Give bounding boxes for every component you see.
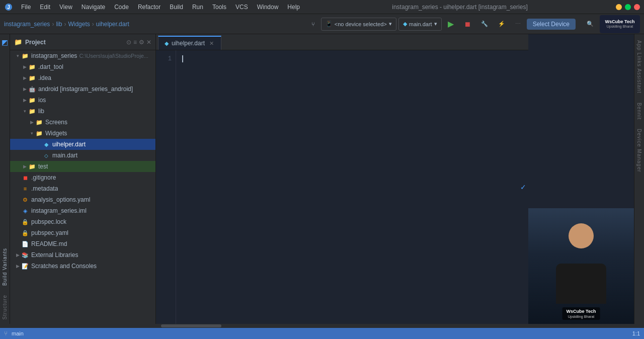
tree-scratches[interactable]: ▶ 📝 Scratches and Consoles	[10, 261, 155, 272]
video-overlay-title: WsCube Tech	[567, 309, 596, 315]
right-label-app-links[interactable]: App Links Assistant	[635, 36, 643, 98]
tree-analysis[interactable]: ⚙ analysis_options.yaml	[10, 194, 155, 205]
tree-dart-tool[interactable]: ▶ 📁 .dart_tool	[10, 61, 155, 72]
video-overlay-sub: Upskilling Bharat	[567, 315, 596, 318]
menu-view[interactable]: View	[55, 3, 76, 12]
screens-arrow: ▶	[28, 119, 35, 126]
tree-root[interactable]: ▾ 📁 instagram_series C:\Users\sujal\Stud…	[10, 50, 155, 61]
menu-help[interactable]: Help	[283, 3, 304, 12]
settings-icon[interactable]: ⚙	[139, 39, 144, 46]
project-header-actions: ⊙ ≡ ⚙ ✕	[126, 39, 151, 46]
tree-widgets[interactable]: ▾ 📁 Widgets	[10, 128, 155, 139]
tree-uihelper[interactable]: ◆ uihelper.dart	[10, 139, 155, 150]
more-actions-button[interactable]: ⋯	[511, 18, 525, 31]
app-logo: J	[4, 3, 13, 12]
android-arrow: ▶	[21, 86, 28, 93]
tree-ios[interactable]: ▶ 📁 ios	[10, 95, 155, 106]
git-branch[interactable]: main	[12, 330, 24, 336]
project-panel: 📁 Project ⊙ ≡ ⚙ ✕ ▾ 📁 instagram_series C…	[10, 34, 156, 324]
tab-file-icon: ◆	[165, 40, 169, 47]
select-device-button[interactable]: Select Device	[527, 19, 576, 30]
scrollbar-thumb[interactable]	[161, 324, 221, 327]
scratches-label: Scratches and Consoles	[31, 263, 97, 270]
tree-screens[interactable]: ▶ 📁 Screens	[10, 117, 155, 128]
test-label: test	[38, 163, 48, 170]
dart-tool-arrow: ▶	[21, 63, 28, 70]
pubspec-arrow	[14, 229, 21, 236]
tree-gitignore[interactable]: ◼ .gitignore	[10, 172, 155, 183]
stop-button[interactable]: ⏹	[460, 18, 475, 31]
hide-icon[interactable]: ✕	[146, 39, 151, 46]
tree-iml[interactable]: ◈ instagram_series.iml	[10, 205, 155, 216]
menu-window[interactable]: Window	[253, 3, 283, 12]
tree-external-libs[interactable]: ▶ 📚 External Libraries	[10, 249, 155, 261]
breadcrumb-file[interactable]: uihelper.dart	[96, 21, 129, 28]
build-variants-label[interactable]: Build Variants	[1, 244, 9, 290]
video-overlay-logo: WsCube Tech Upskilling Bharat	[562, 307, 600, 320]
run-button[interactable]: ▶	[444, 18, 458, 31]
lib-label: lib	[38, 108, 44, 115]
debug-button[interactable]: 🔧	[477, 18, 492, 31]
profile-button[interactable]: ⚡	[494, 18, 509, 31]
menu-file[interactable]: File	[17, 3, 35, 12]
git-action-button[interactable]: ⑂	[307, 18, 319, 31]
left-icon-1[interactable]: ◩	[1, 38, 9, 46]
analysis-label: analysis_options.yaml	[31, 196, 90, 203]
tab-uihelper[interactable]: ◆ uihelper.dart ✕	[158, 36, 221, 50]
device-selector[interactable]: 📱 <no device selected> ▾	[321, 18, 396, 31]
tree-idea[interactable]: ▶ 📁 .idea	[10, 72, 155, 83]
menu-code[interactable]: Code	[110, 3, 133, 12]
uihelper-label: uihelper.dart	[52, 141, 86, 148]
tree-lib[interactable]: ▾ 📁 lib	[10, 106, 155, 117]
menu-vcs[interactable]: VCS	[231, 3, 252, 12]
gitignore-icon: ◼	[21, 174, 29, 182]
tab-close-button[interactable]: ✕	[208, 40, 215, 47]
code-editor[interactable]	[176, 50, 526, 324]
lib-arrow: ▾	[21, 108, 28, 115]
menu-refactor[interactable]: Refactor	[134, 3, 165, 12]
editor-area: ◆ uihelper.dart ✕ 1 ✓	[156, 34, 528, 324]
close-button[interactable]: ✕	[634, 4, 640, 10]
right-label-device-manager[interactable]: Device Manager	[635, 125, 643, 177]
locate-icon[interactable]: ⊙	[126, 39, 131, 46]
run-config-selector[interactable]: ◆ main.dart ▾	[398, 18, 442, 31]
main-dart-icon: ◇	[42, 151, 50, 159]
scrollbar-area[interactable]	[0, 324, 644, 328]
video-person	[528, 208, 634, 324]
window-title: instagram_series - uihelper.dart [instag…	[304, 4, 616, 11]
tree-readme[interactable]: 📄 README.md	[10, 238, 155, 249]
menu-edit[interactable]: Edit	[36, 3, 54, 12]
root-path: C:\Users\sujal\StudioProje...	[79, 53, 148, 59]
menu-run[interactable]: Run	[188, 3, 207, 12]
tree-pubspec[interactable]: 🔒 pubspec.yaml	[10, 227, 155, 238]
search-button[interactable]: 🔍	[583, 18, 598, 31]
tree-main-dart[interactable]: ◇ main.dart	[10, 150, 155, 161]
breadcrumb-project[interactable]: instagram_series	[4, 21, 50, 28]
breadcrumb-lib[interactable]: lib	[56, 21, 62, 28]
tree-pubspeclock[interactable]: 🔒 pubspec.lock	[10, 216, 155, 227]
iml-label: instagram_series.iml	[31, 207, 87, 214]
line-number-1: 1	[156, 54, 172, 63]
tree-android[interactable]: ▶ 🤖 android [instagram_series_android]	[10, 83, 155, 95]
project-header: 📁 Project ⊙ ≡ ⚙ ✕	[10, 34, 155, 50]
menu-tools[interactable]: Tools	[208, 3, 230, 12]
git-icon: ⑂	[311, 21, 315, 27]
svg-text:J: J	[7, 5, 10, 10]
video-container: WsCube Tech Upskilling Bharat	[528, 208, 634, 324]
structure-label[interactable]: Structure	[1, 291, 9, 324]
right-label-bennit[interactable]: Bennit	[635, 99, 643, 124]
tree-metadata[interactable]: ≡ .metadata	[10, 183, 155, 194]
scratches-icon: 📝	[21, 262, 29, 270]
collapse-icon[interactable]: ≡	[133, 39, 137, 46]
minimize-button[interactable]: —	[616, 4, 622, 10]
breadcrumb-widgets[interactable]: Widgets	[68, 21, 90, 28]
video-body	[556, 264, 606, 304]
screens-label: Screens	[45, 119, 67, 126]
video-placeholder: WsCube Tech Upskilling Bharat	[528, 208, 634, 324]
toolbar-actions: ⑂ 📱 <no device selected> ▾ ◆ main.dart ▾…	[307, 15, 640, 33]
maximize-button[interactable]: □	[625, 4, 631, 10]
tree-test[interactable]: ▶ 📁 test	[10, 161, 155, 172]
menu-navigate[interactable]: Navigate	[77, 3, 109, 12]
menu-build[interactable]: Build	[166, 3, 187, 12]
right-sidebar-icons: App Links Assistant Bennit Device Manage…	[634, 34, 644, 324]
